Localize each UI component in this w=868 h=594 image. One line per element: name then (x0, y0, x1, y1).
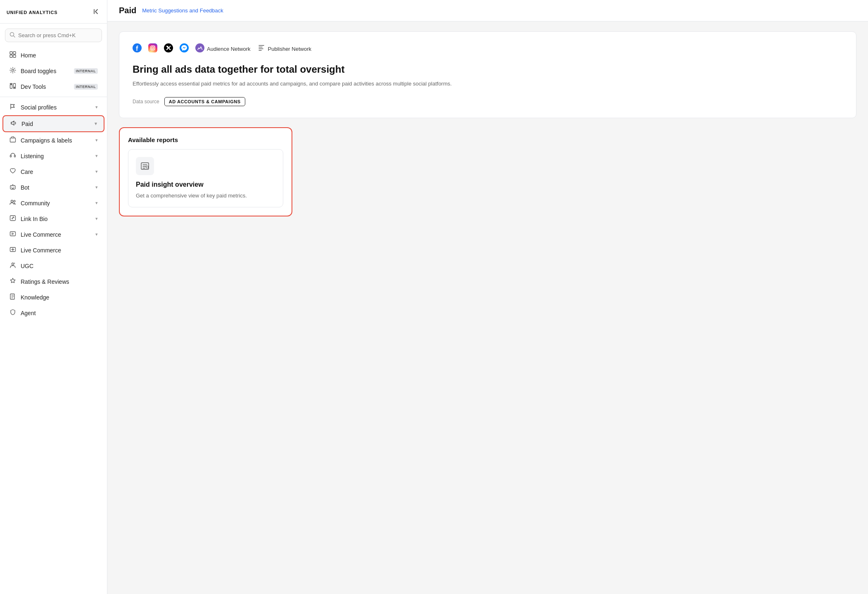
reports-title: Available reports (128, 136, 283, 143)
svg-point-16 (12, 187, 12, 188)
sidebar-title: UNIFIED ANALYTICS (7, 10, 58, 15)
svg-rect-35 (146, 166, 148, 168)
sidebar-nav: Home Board toggles INTERNAL Dev Tools IN… (0, 45, 107, 594)
sidebar-item-label-paid: Paid (21, 121, 90, 127)
chevron-down-icon-live-1: ▾ (95, 232, 98, 237)
gear-icon (9, 67, 17, 75)
sidebar-item-label-board-toggles: Board toggles (21, 68, 70, 74)
live-box2-icon (9, 246, 17, 254)
publisher-network-label: Publisher Network (268, 46, 312, 52)
svg-point-33 (195, 43, 204, 52)
sidebar-item-label-dev-tools: Dev Tools (21, 83, 70, 90)
robot-icon (9, 183, 17, 191)
tools-icon (9, 83, 17, 90)
sidebar-item-label-ugc: UGC (21, 263, 98, 269)
svg-point-17 (14, 187, 14, 188)
chevron-down-icon-care: ▾ (95, 169, 98, 174)
data-source-label: Data source (133, 99, 159, 105)
platform-publisher-network: Publisher Network (257, 44, 312, 54)
users-icon (9, 199, 17, 207)
flag-icon (9, 103, 17, 111)
sidebar-item-social-profiles[interactable]: Social profiles ▾ (2, 100, 104, 115)
sidebar-item-label-live-commerce-2: Live Commerce (21, 247, 98, 254)
instagram-icon (148, 43, 157, 55)
back-icon[interactable] (92, 7, 100, 17)
info-card: Audience Network Publisher Network Bring… (119, 31, 856, 118)
search-icon (9, 32, 15, 39)
sidebar-item-listening[interactable]: Listening ▾ (2, 148, 104, 164)
platform-audience-network: Audience Network (195, 43, 251, 55)
link-box-icon (9, 215, 17, 223)
sidebar-item-ugc[interactable]: UGC (2, 258, 104, 273)
data-source-badge: AD ACCOUNTS & CAMPAIGNS (164, 97, 245, 106)
sidebar-item-dev-tools[interactable]: Dev Tools INTERNAL (2, 79, 104, 94)
sidebar-item-link-in-bio[interactable]: Link In Bio ▾ (2, 211, 104, 226)
svg-rect-4 (13, 52, 16, 54)
svg-point-18 (12, 184, 13, 185)
svg-point-20 (14, 200, 15, 202)
chevron-down-icon-community: ▾ (95, 200, 98, 206)
sidebar-item-agent[interactable]: Agent (2, 305, 104, 321)
sidebar-item-board-toggles[interactable]: Board toggles INTERNAL (2, 63, 104, 78)
platforms-row: Audience Network Publisher Network (133, 43, 843, 55)
report-card-icon (136, 157, 154, 175)
sidebar-item-knowledge[interactable]: Knowledge (2, 290, 104, 305)
facebook-icon (133, 43, 142, 55)
content-area: Audience Network Publisher Network Bring… (107, 21, 868, 226)
internal-badge-dev: INTERNAL (74, 84, 98, 90)
sidebar-item-community[interactable]: Community ▾ (2, 195, 104, 211)
report-card-paid-insight-overview[interactable]: Paid insight overview Get a comprehensiv… (128, 149, 283, 208)
sidebar-item-live-commerce-1[interactable]: Live Commerce ▾ (2, 227, 104, 242)
sidebar-item-care[interactable]: Care ▾ (2, 164, 104, 179)
internal-badge-board: INTERNAL (74, 68, 98, 74)
metric-feedback-link[interactable]: Metric Suggestions and Feedback (142, 7, 223, 14)
svg-rect-11 (14, 88, 16, 88)
publisher-network-icon (257, 44, 266, 54)
audience-network-label: Audience Network (207, 46, 251, 52)
sidebar-item-home[interactable]: Home (2, 48, 104, 63)
sidebar-item-label-live-commerce-1: Live Commerce (21, 231, 91, 238)
available-reports-section: Available reports Paid insight overview … (119, 127, 292, 217)
main-header: Paid Metric Suggestions and Feedback (107, 0, 868, 21)
ugc-icon (9, 262, 17, 270)
chevron-down-icon-paid: ▾ (95, 121, 97, 126)
platform-facebook (133, 43, 142, 55)
sidebar-item-label-home: Home (21, 52, 98, 59)
info-card-description: Effortlessly access essential paid metri… (133, 80, 843, 88)
report-card-description: Get a comprehensive view of key paid met… (136, 192, 275, 200)
megaphone-icon (10, 120, 17, 128)
sidebar: UNIFIED ANALYTICS Home Board toggles (0, 0, 107, 594)
chevron-down-icon-campaigns: ▾ (95, 138, 98, 143)
svg-rect-10 (14, 83, 16, 87)
platform-messenger (180, 43, 189, 55)
book-icon (9, 293, 17, 301)
sidebar-item-bot[interactable]: Bot ▾ (2, 180, 104, 195)
svg-rect-27 (148, 43, 157, 52)
info-card-title: Bring all ads data together for total ov… (133, 63, 843, 76)
grid-icon (9, 51, 17, 59)
sidebar-item-campaigns-labels[interactable]: Campaigns & labels ▾ (2, 133, 104, 148)
chevron-down-icon-bot: ▾ (95, 185, 98, 190)
svg-rect-21 (10, 216, 16, 221)
svg-rect-5 (10, 55, 12, 57)
search-box[interactable] (5, 29, 102, 42)
sidebar-item-label-link-in-bio: Link In Bio (21, 216, 91, 222)
sidebar-item-paid[interactable]: Paid ▾ (2, 115, 104, 132)
sidebar-item-live-commerce-2[interactable]: Live Commerce (2, 242, 104, 258)
sidebar-header: UNIFIED ANALYTICS (0, 0, 107, 24)
messenger-icon (180, 43, 189, 55)
sidebar-item-label-bot: Bot (21, 184, 91, 191)
search-input[interactable] (18, 32, 97, 38)
sidebar-item-ratings-reviews[interactable]: Ratings & Reviews (2, 274, 104, 289)
sidebar-item-label-ratings-reviews: Ratings & Reviews (21, 278, 98, 285)
chevron-down-icon: ▾ (95, 105, 98, 110)
sidebar-item-label-campaigns: Campaigns & labels (21, 137, 91, 144)
headset-icon (9, 152, 17, 160)
svg-rect-12 (10, 138, 16, 142)
platform-x (164, 43, 173, 55)
svg-point-30 (154, 46, 155, 47)
svg-point-32 (180, 43, 189, 52)
svg-rect-9 (10, 83, 12, 84)
data-source-row: Data source AD ACCOUNTS & CAMPAIGNS (133, 97, 843, 106)
heart-icon (9, 168, 17, 176)
